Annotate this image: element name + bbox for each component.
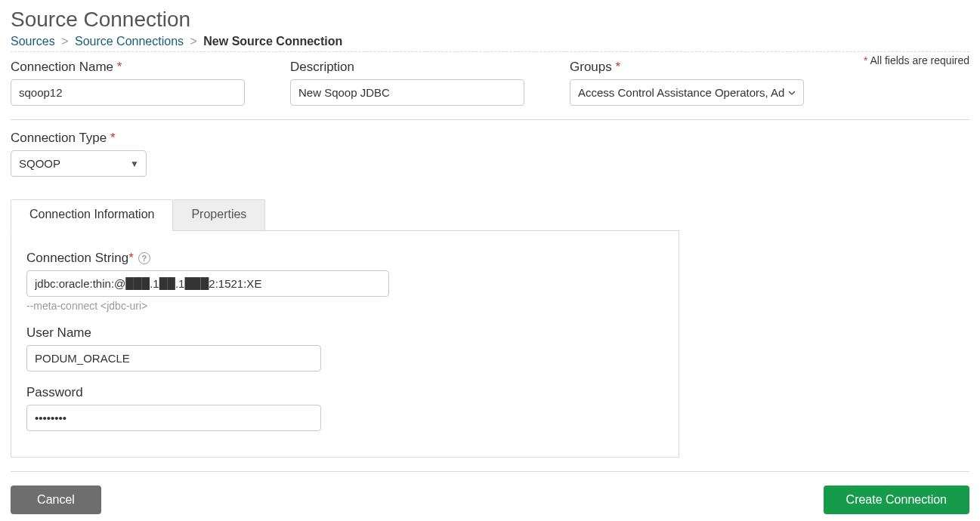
- connection-type-label: Connection Type *: [11, 131, 969, 146]
- username-input[interactable]: [26, 345, 321, 371]
- breadcrumb: Sources > Source Connections > New Sourc…: [11, 35, 969, 48]
- divider: [11, 471, 969, 472]
- connection-name-input[interactable]: [11, 79, 245, 106]
- groups-selected-text: Access Control Assistance Operators, Adm…: [578, 86, 785, 99]
- breadcrumb-connections-link[interactable]: Source Connections: [75, 35, 184, 48]
- description-input[interactable]: [290, 79, 524, 106]
- required-note: * All fields are required: [864, 54, 969, 66]
- page-title: Source Connection: [11, 8, 969, 32]
- connection-string-input[interactable]: [26, 270, 389, 297]
- description-label: Description: [290, 60, 524, 75]
- tab-properties[interactable]: Properties: [173, 199, 265, 230]
- tab-connection-information[interactable]: Connection Information: [11, 199, 173, 231]
- required-star-icon: *: [128, 251, 134, 266]
- divider: [11, 119, 969, 120]
- required-star-icon: *: [612, 60, 620, 74]
- groups-multiselect[interactable]: Access Control Assistance Operators, Adm…: [570, 79, 804, 106]
- help-icon[interactable]: ?: [138, 252, 150, 264]
- connection-name-label: Connection Name *: [11, 60, 245, 75]
- username-label: User Name: [26, 325, 663, 341]
- required-note-text: All fields are required: [867, 54, 969, 66]
- breadcrumb-sep: >: [190, 35, 197, 48]
- connection-string-label: Connection String * ?: [26, 251, 663, 266]
- password-input[interactable]: [26, 405, 321, 431]
- connection-string-hint: --meta-connect <jdbc-uri>: [26, 300, 663, 312]
- divider-dashed: [11, 51, 969, 52]
- required-star-icon: *: [107, 131, 115, 145]
- breadcrumb-sep: >: [61, 35, 68, 48]
- cancel-button[interactable]: Cancel: [11, 486, 101, 514]
- connection-type-select[interactable]: [11, 150, 147, 177]
- breadcrumb-sources-link[interactable]: Sources: [11, 35, 55, 48]
- tab-panel-connection-information: Connection String * ? --meta-connect <jd…: [11, 231, 679, 458]
- chevron-down-icon: [788, 89, 796, 97]
- required-star-icon: *: [113, 60, 122, 74]
- password-label: Password: [26, 385, 663, 400]
- breadcrumb-current: New Source Connection: [203, 35, 342, 48]
- create-connection-button[interactable]: Create Connection: [824, 486, 969, 514]
- groups-label: Groups *: [570, 60, 804, 75]
